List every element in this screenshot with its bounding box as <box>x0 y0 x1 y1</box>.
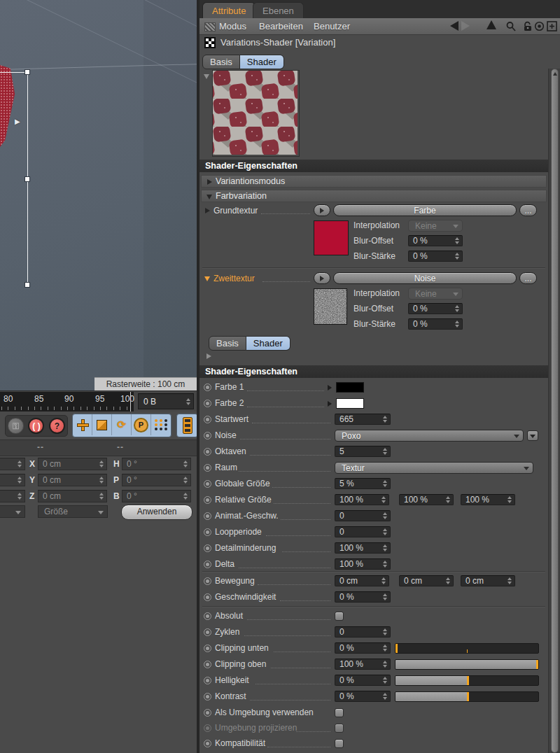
chevron-right-icon[interactable] <box>206 353 211 359</box>
farbe2-color-swatch[interactable] <box>336 398 364 409</box>
history-forward-icon[interactable] <box>461 21 470 31</box>
red-textured-object[interactable] <box>0 62 17 147</box>
b-field[interactable]: 0 ° <box>122 490 191 502</box>
noise-preview-button[interactable] <box>527 430 538 441</box>
z-field[interactable]: 0 cm <box>38 490 107 502</box>
stepper-icon[interactable] <box>183 493 188 500</box>
stepper-icon[interactable] <box>455 305 460 312</box>
animat-geschw-field[interactable]: 0 <box>335 510 391 521</box>
lock-open-icon[interactable] <box>523 21 533 32</box>
record-rotation-button[interactable]: ⟳ <box>112 414 132 435</box>
relative-groesse-z-field[interactable]: 100 % <box>461 494 515 505</box>
keyframe-dot-icon[interactable] <box>204 693 211 701</box>
delta-field[interactable]: 100 % <box>335 558 391 570</box>
stepper-icon[interactable] <box>99 460 104 467</box>
stepper-icon[interactable] <box>383 561 388 568</box>
keyframe-dot-icon[interactable] <box>204 661 211 668</box>
tab-basis[interactable]: Basis <box>202 55 240 69</box>
zweittextur-shader-button[interactable]: Noise <box>333 272 517 284</box>
selection-handle[interactable] <box>24 282 30 288</box>
tab-ebenen[interactable]: Ebenen <box>253 2 304 19</box>
stepper-icon[interactable] <box>183 477 188 484</box>
blur-strength-field[interactable]: 0 % <box>408 251 463 262</box>
stepper-icon[interactable] <box>383 512 388 519</box>
keyframe-dot-icon[interactable] <box>204 464 211 472</box>
arrow-up-icon[interactable] <box>486 20 496 29</box>
drag-grip-icon[interactable] <box>204 22 216 31</box>
stepper-icon[interactable] <box>18 477 22 484</box>
preview-collapse-icon[interactable] <box>204 74 209 79</box>
stepper-icon[interactable] <box>446 577 451 584</box>
chevron-right-icon[interactable] <box>205 208 210 213</box>
tab-shader[interactable]: Shader <box>246 336 290 351</box>
history-back-icon[interactable] <box>450 21 458 31</box>
x-field[interactable]: 0 cm <box>38 458 107 470</box>
keyframe-record-icon[interactable]: ⚿ <box>8 418 24 434</box>
stepper-icon[interactable] <box>455 321 460 328</box>
anwenden-button[interactable]: Anwenden <box>121 505 192 520</box>
keyframe-dot-icon[interactable] <box>204 628 211 636</box>
p-field[interactable]: 0 ° <box>122 474 191 486</box>
detailminderung-field[interactable]: 100 % <box>335 542 391 554</box>
stepper-icon[interactable] <box>383 416 388 423</box>
keyframe-dot-icon[interactable] <box>204 480 211 488</box>
stepper-icon[interactable] <box>383 544 388 551</box>
selection-handle[interactable] <box>24 69 30 75</box>
keyframe-dot-icon[interactable] <box>204 416 211 423</box>
cut-field[interactable] <box>0 458 25 470</box>
stepper-icon[interactable] <box>455 253 460 260</box>
search-icon[interactable] <box>505 21 517 32</box>
absolut-checkbox[interactable] <box>335 612 344 621</box>
keyframe-dot-icon[interactable] <box>204 740 211 747</box>
cut-field[interactable] <box>0 474 25 486</box>
startwert-field[interactable]: 665 <box>335 414 391 425</box>
stepper-icon[interactable] <box>382 496 386 503</box>
new-panel-icon[interactable] <box>547 21 557 31</box>
stepper-icon[interactable] <box>507 496 512 503</box>
tab-attribute[interactable]: Attribute <box>202 2 255 19</box>
tab-basis[interactable]: Basis <box>209 336 246 351</box>
keyframe-dot-icon[interactable] <box>204 383 211 391</box>
bewegung-x-field[interactable]: 0 cm <box>335 575 389 586</box>
keyframe-dot-icon[interactable] <box>204 432 211 439</box>
keyframe-dot-icon[interactable] <box>204 645 211 652</box>
frame-field[interactable]: 0 B <box>138 393 194 409</box>
keyframe-dot-icon[interactable] <box>204 512 211 520</box>
stepper-icon[interactable] <box>383 661 388 668</box>
shader-preview[interactable] <box>212 70 300 157</box>
scrollbar[interactable] <box>548 69 560 753</box>
oktaven-field[interactable]: 5 <box>335 446 391 457</box>
clipping-unten-slider[interactable] <box>395 643 539 654</box>
groesse-dropdown[interactable]: Größe <box>38 505 108 518</box>
stepper-icon[interactable] <box>183 460 188 467</box>
stepper-icon[interactable] <box>383 528 388 535</box>
blur-strength-field[interactable]: 0 % <box>408 318 463 330</box>
keyframe-dot-icon[interactable] <box>204 400 211 407</box>
h-field[interactable]: 0 ° <box>122 458 191 470</box>
als-umgebung-checkbox[interactable] <box>335 708 344 717</box>
bewegung-y-field[interactable]: 0 cm <box>399 575 454 586</box>
geschwindigkeit-field[interactable]: 0 % <box>335 591 391 603</box>
record-parameter-button[interactable]: P <box>132 414 151 435</box>
keyframe-dot-icon[interactable] <box>204 677 211 684</box>
helligkeit-field[interactable]: 0 % <box>335 675 391 686</box>
grundtextur-shader-button[interactable]: Farbe <box>333 204 517 216</box>
keyframe-dot-icon[interactable] <box>204 709 211 717</box>
clipping-oben-slider[interactable] <box>395 659 539 670</box>
group-farbvariation[interactable]: Farbvariation <box>201 190 547 202</box>
stepper-icon[interactable] <box>383 448 388 455</box>
cut-dropdown[interactable] <box>0 505 25 518</box>
timeline-track[interactable]: 80 85 90 95 100 <box>0 392 134 412</box>
relative-groesse-y-field[interactable]: 100 % <box>399 494 454 505</box>
viewport-3d[interactable]: ▶ Rasterweite : 100 cm <box>0 0 197 390</box>
blur-offset-field[interactable]: 0 % <box>408 235 463 246</box>
kontrast-slider[interactable] <box>395 691 539 702</box>
blur-offset-field[interactable]: 0 % <box>408 303 463 314</box>
globale-groesse-field[interactable]: 5 % <box>335 478 391 489</box>
stepper-icon[interactable] <box>18 493 22 500</box>
stepper-icon[interactable] <box>18 460 22 467</box>
group-variationsmodus[interactable]: Variantionsmodus <box>201 175 547 188</box>
stepper-icon[interactable] <box>99 493 104 500</box>
keyframe-dot-icon[interactable] <box>204 577 211 585</box>
keyframe-selection-icon[interactable]: ? <box>49 418 65 434</box>
